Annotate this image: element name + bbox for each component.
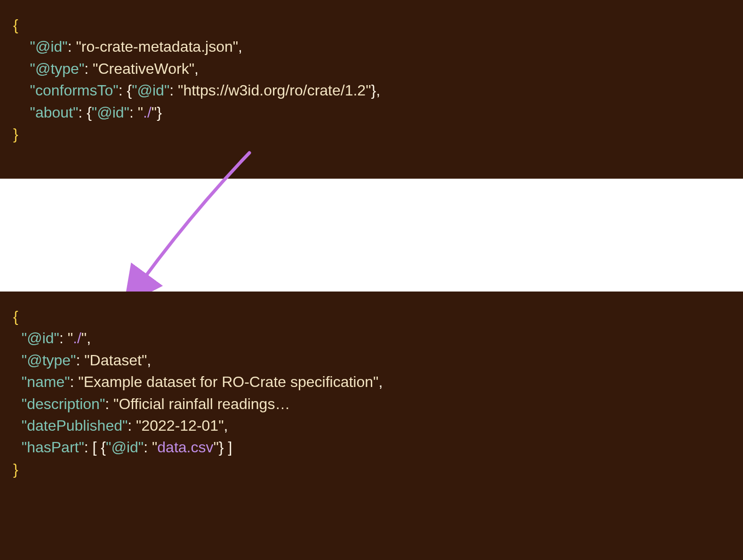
val-id: "ro-crate-metadata.json" (76, 38, 238, 55)
sep: : (70, 373, 79, 390)
comma: , (194, 60, 199, 77)
key-about: "about" (30, 104, 79, 121)
about-link: ./ (143, 104, 152, 121)
val-name: "Example dataset for RO-Crate specificat… (78, 373, 378, 390)
sep: : (129, 104, 138, 121)
sep: : (128, 417, 136, 434)
comma: , (378, 373, 383, 390)
val-type: "Dataset" (84, 352, 147, 369)
metadata-descriptor-block: { "@id": "ro-crate-metadata.json", "@typ… (0, 0, 743, 179)
sep: : (76, 352, 84, 369)
val-conforms: "https://w3id.org/ro/crate/1.2" (178, 82, 371, 99)
sep: : (105, 395, 113, 412)
brace-open: { (13, 308, 18, 325)
sep: : (68, 38, 76, 55)
sep: : { (78, 104, 91, 121)
haspart-link: data.csv (157, 439, 213, 456)
sep: : (169, 82, 178, 99)
quote: " (68, 330, 73, 347)
quote: " (213, 439, 218, 456)
inner-key-id: "@id" (92, 104, 129, 121)
comma: , (238, 38, 242, 55)
diagram-container: { "@id": "ro-crate-metadata.json", "@typ… (0, 0, 743, 560)
quote: " (138, 104, 143, 121)
end: } (157, 104, 162, 121)
id-link: ./ (73, 330, 81, 347)
key-name: "name" (22, 373, 70, 390)
key-type: "@type" (22, 352, 76, 369)
inner-key-id: "@id" (132, 82, 169, 99)
key-conforms: "conformsTo" (30, 82, 119, 99)
end: } ] (219, 439, 232, 456)
comma: , (87, 330, 91, 347)
key-description: "description" (22, 395, 105, 412)
sep: : (84, 60, 93, 77)
key-type: "@type" (30, 60, 85, 77)
quote: " (152, 439, 157, 456)
brace-close: } (13, 461, 18, 478)
sep: : [ { (84, 439, 106, 456)
sep: : (144, 439, 152, 456)
val-description: "Official rainfall readings… (113, 395, 290, 412)
key-haspart: "hasPart" (22, 439, 84, 456)
sep: : (59, 330, 68, 347)
root-dataset-block: { "@id": "./", "@type": "Dataset", "name… (0, 292, 743, 560)
inner-key-id: "@id" (106, 439, 144, 456)
key-id: "@id" (30, 38, 68, 55)
brace-open: { (13, 16, 18, 33)
comma: , (147, 352, 151, 369)
quote: " (81, 330, 87, 347)
quote: " (152, 104, 157, 121)
val-type: "CreativeWork" (93, 60, 194, 77)
sep: : { (119, 82, 132, 99)
key-datepub: "datePublished" (22, 417, 128, 434)
end: }, (371, 82, 381, 99)
brace-close: } (13, 126, 18, 142)
key-id: "@id" (22, 330, 59, 347)
val-datepub: "2022-12-01" (136, 417, 224, 434)
comma: , (224, 417, 228, 434)
